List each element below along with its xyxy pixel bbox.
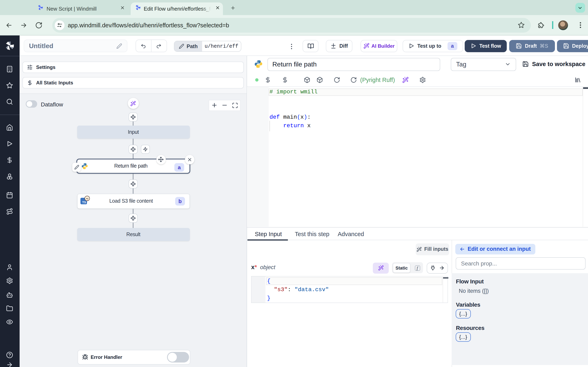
svg-text:TS: TS (82, 201, 86, 204)
